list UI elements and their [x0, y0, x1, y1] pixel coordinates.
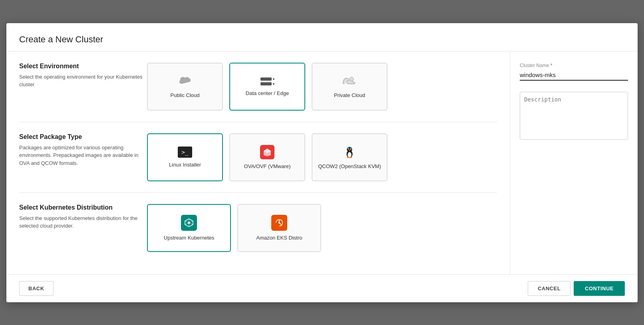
package-description: Packages are optimized for various opera… — [19, 144, 147, 167]
env-data-center-card[interactable]: Data center / Edge — [229, 63, 305, 111]
env-public-cloud-card[interactable]: Public Cloud — [147, 63, 223, 111]
upstream-k8s-icon — [181, 215, 197, 231]
back-button[interactable]: BACK — [19, 281, 54, 296]
distribution-section: Select Kubernetes Distribution Select th… — [19, 204, 497, 263]
dist-eks-card[interactable]: Amazon EKS Distro — [237, 204, 321, 252]
description-textarea[interactable] — [520, 92, 628, 140]
pkg-ova-card[interactable]: OVA/OVF (VMware) — [229, 133, 305, 181]
svg-point-11 — [350, 147, 352, 149]
linux-installer-label: Linux Installer — [169, 162, 201, 168]
eks-icon — [271, 215, 287, 231]
svg-point-13 — [347, 157, 349, 158]
environment-section: Select Environment Select the operating … — [19, 63, 497, 122]
qcow2-label: QCOW2 (OpenStack KVM) — [318, 163, 381, 169]
svg-point-10 — [347, 147, 349, 149]
svg-point-9 — [349, 150, 350, 151]
svg-point-18 — [278, 222, 280, 224]
private-cloud-label: Private Cloud — [334, 92, 365, 98]
environment-options: Public Cloud — [147, 63, 388, 111]
svg-point-7 — [348, 149, 349, 150]
dialog-body: Select Environment Select the operating … — [6, 52, 638, 274]
dialog-header: Create a New Cluster — [6, 23, 638, 52]
distribution-description: Select the supported Kubernetes distribu… — [19, 214, 147, 230]
package-section: Select Package Type Packages are optimiz… — [19, 133, 497, 193]
pkg-qcow2-card[interactable]: QCOW2 (OpenStack KVM) — [312, 133, 388, 181]
create-cluster-dialog: Create a New Cluster Select Environment … — [6, 23, 638, 302]
svg-point-16 — [188, 222, 190, 224]
data-center-label: Data center / Edge — [246, 90, 289, 96]
package-options: >_ Linux Installer — [147, 133, 388, 181]
dist-upstream-card[interactable]: Upstream Kubernetes — [147, 204, 231, 252]
ova-box-icon — [260, 145, 274, 159]
continue-button[interactable]: CONTINUE — [574, 281, 625, 296]
main-content: Select Environment Select the operating … — [6, 52, 510, 274]
side-panel: Cluster Name * — [510, 52, 638, 274]
cluster-name-input[interactable] — [520, 70, 628, 81]
svg-point-0 — [350, 77, 354, 81]
package-title: Select Package Type — [19, 133, 147, 141]
environment-description: Select the operating environment for you… — [19, 73, 147, 89]
distribution-title: Select Kubernetes Distribution — [19, 204, 147, 211]
ova-icon — [260, 145, 274, 159]
env-private-cloud-card[interactable]: Private Cloud — [312, 63, 388, 111]
data-center-icon — [260, 77, 275, 86]
linux-installer-icon: >_ — [178, 147, 192, 158]
pkg-linux-installer-card[interactable]: >_ Linux Installer — [147, 133, 223, 181]
svg-point-3 — [348, 152, 351, 157]
footer-actions: CANCEL CONTINUE — [528, 281, 625, 296]
environment-label: Select Environment Select the operating … — [19, 63, 147, 89]
cancel-button[interactable]: CANCEL — [528, 281, 570, 296]
cluster-name-field-label: Cluster Name * — [520, 63, 628, 68]
qcow2-icon — [342, 145, 357, 159]
package-label: Select Package Type Packages are optimiz… — [19, 133, 147, 167]
dialog-title: Create a New Cluster — [19, 34, 625, 45]
distribution-options: Upstream Kubernetes — [147, 204, 321, 252]
dialog-footer: BACK CANCEL CONTINUE — [6, 274, 638, 302]
environment-title: Select Environment — [19, 63, 147, 70]
svg-point-14 — [350, 157, 352, 158]
distribution-label: Select Kubernetes Distribution Select th… — [19, 204, 147, 230]
svg-point-8 — [350, 149, 351, 150]
public-cloud-icon — [178, 75, 192, 88]
k8s-logo-icon — [181, 215, 197, 231]
upstream-label: Upstream Kubernetes — [164, 235, 214, 241]
required-indicator: * — [551, 63, 553, 68]
svg-point-12 — [351, 149, 352, 150]
terminal-icon: >_ — [178, 147, 192, 158]
public-cloud-label: Public Cloud — [171, 92, 200, 98]
ova-label: OVA/OVF (VMware) — [244, 163, 291, 169]
eks-logo-icon — [271, 215, 287, 231]
eks-label: Amazon EKS Distro — [256, 235, 302, 241]
private-cloud-icon — [342, 75, 357, 88]
openstack-icon — [342, 145, 357, 159]
